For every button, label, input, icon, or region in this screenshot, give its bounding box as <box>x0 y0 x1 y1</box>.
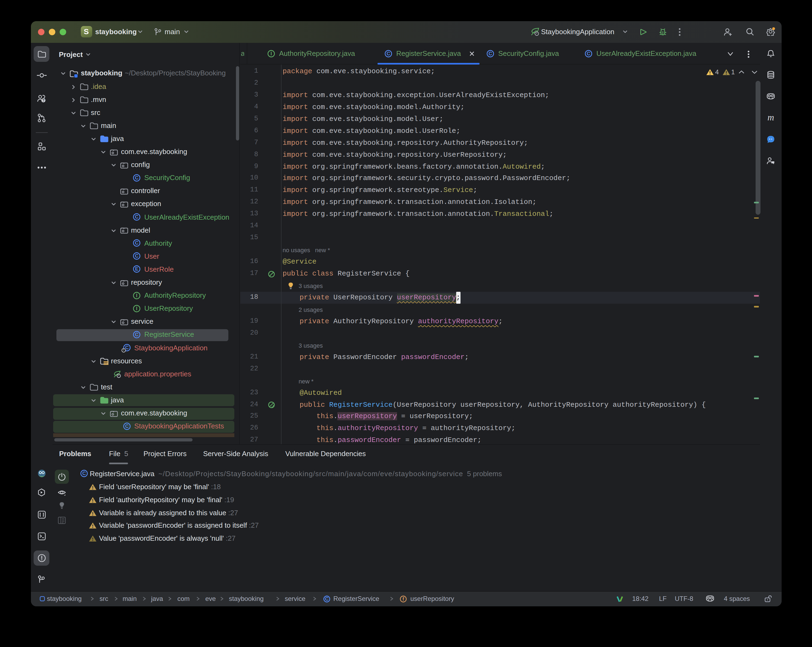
svg-text:C: C <box>82 471 86 476</box>
svg-text:C: C <box>325 596 328 601</box>
svg-text:E: E <box>135 267 138 272</box>
svg-text:C: C <box>135 175 139 181</box>
svg-text:C: C <box>135 253 139 259</box>
svg-text:C: C <box>386 51 390 56</box>
svg-text:I: I <box>136 306 137 311</box>
svg-text:C: C <box>135 332 139 337</box>
svg-text:I: I <box>136 293 137 298</box>
svg-text:C: C <box>125 424 128 429</box>
svg-text:f: f <box>402 596 404 601</box>
svg-text:C: C <box>587 51 590 56</box>
svg-text:I: I <box>270 51 272 56</box>
svg-text:?: ? <box>42 98 45 102</box>
svg-text:C: C <box>135 214 139 220</box>
svg-text:C: C <box>135 241 139 246</box>
svg-text:C: C <box>488 51 492 56</box>
